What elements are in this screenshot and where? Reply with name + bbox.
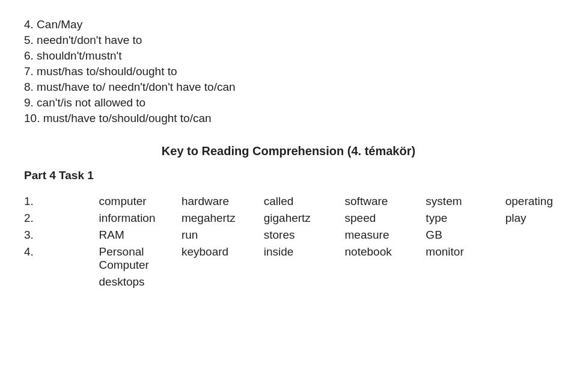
table-row: desktops: [24, 274, 553, 290]
table-row: 2.informationmegahertzgigahertzspeedtype…: [24, 210, 553, 227]
vocab-cell: gigahertz: [264, 210, 345, 227]
list-item: 5. needn't/don't have to: [24, 34, 553, 47]
vocab-cell: speed: [345, 210, 426, 227]
vocab-cell: notebook: [345, 243, 426, 274]
vocab-cell: [505, 274, 553, 290]
section-title: Key to Reading Comprehension (4. témakör…: [24, 144, 553, 158]
list-item: 9. can't/is not allowed to: [24, 96, 553, 109]
table-row: 3.RAMrunstoresmeasureGB: [24, 227, 553, 243]
vocab-cell: monitor: [426, 243, 505, 274]
vocab-cell: [264, 274, 345, 290]
vocab-cell: keyboard: [182, 243, 264, 274]
vocab-cell: [345, 274, 426, 290]
numbered-list: 4. Can/May5. needn't/don't have to6. sho…: [24, 18, 553, 125]
vocab-cell: run: [182, 227, 264, 243]
table-row: 4.Personal Computerkeyboardinsidenoteboo…: [24, 243, 553, 274]
list-item: 8. must/have to/ needn't/don't have to/c…: [24, 81, 553, 94]
row-number: [24, 274, 99, 290]
list-item: 10. must/have to/should/ought to/can: [24, 112, 553, 125]
vocab-cell: hardware: [182, 193, 264, 210]
vocab-cell: stores: [264, 227, 345, 243]
vocab-cell: RAM: [99, 227, 182, 243]
vocab-cell: [505, 243, 553, 274]
vocab-cell: Personal Computer: [99, 243, 182, 274]
vocab-cell: [426, 274, 505, 290]
vocab-cell: system: [426, 193, 505, 210]
list-item: 7. must/has to/should/ought to: [24, 65, 553, 78]
vocab-table: 1.computerhardwarecalledsoftwaresystemop…: [24, 193, 553, 290]
vocab-cell: [182, 274, 264, 290]
vocab-cell: desktops: [99, 274, 182, 290]
vocab-cell: play: [505, 210, 553, 227]
list-item: 4. Can/May: [24, 18, 553, 31]
vocab-cell: information: [99, 210, 182, 227]
row-number: 2.: [24, 210, 99, 227]
row-number: 1.: [24, 193, 99, 210]
list-item: 6. shouldn't/mustn't: [24, 49, 553, 63]
row-number: 4.: [24, 243, 99, 274]
vocab-cell: [505, 227, 553, 243]
vocab-cell: GB: [426, 227, 505, 243]
table-row: 1.computerhardwarecalledsoftwaresystemop…: [24, 193, 553, 210]
vocab-cell: called: [264, 193, 345, 210]
vocab-cell: inside: [264, 243, 345, 274]
vocab-cell: software: [345, 193, 426, 210]
vocab-cell: operating: [505, 193, 553, 210]
vocab-cell: measure: [345, 227, 426, 243]
vocab-cell: computer: [99, 193, 182, 210]
part-title: Part 4 Task 1: [24, 169, 553, 182]
vocab-cell: type: [426, 210, 505, 227]
row-number: 3.: [24, 227, 99, 243]
vocab-cell: megahertz: [182, 210, 264, 227]
